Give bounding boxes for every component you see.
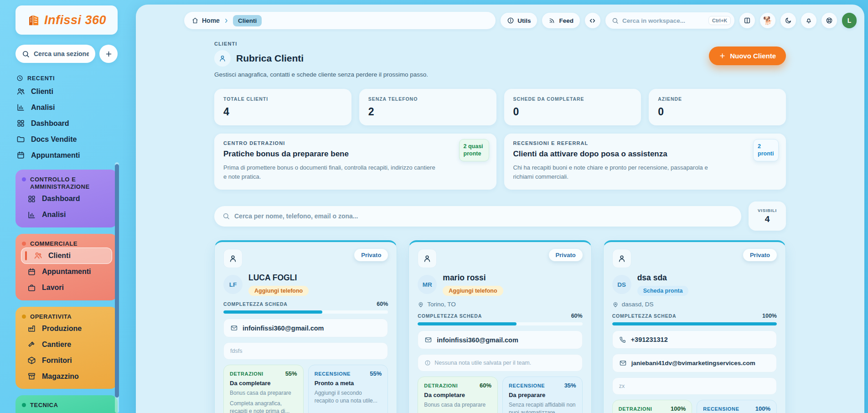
rss-icon	[548, 17, 556, 24]
sidebar-item-analisi-recent[interactable]: Analisi	[16, 99, 118, 115]
client-name: dsa sda	[637, 273, 689, 283]
completeness-value: 60%	[377, 301, 388, 307]
page-eyebrow: CLIENTI	[214, 41, 786, 46]
sidebar-item-cantiere[interactable]: Cantiere	[21, 336, 112, 352]
sidebar-scrollbar[interactable]	[115, 162, 119, 413]
layout-columns-button[interactable]	[739, 13, 755, 28]
sidebar-item-docs-vendite[interactable]: Docs Vendite	[16, 131, 118, 147]
sidebar-search-input[interactable]	[34, 50, 89, 57]
client-card-mario-rossi[interactable]: Privato MR mario rossi Aggiungi telefono…	[408, 240, 591, 413]
note-field[interactable]: Nessuna nota utile salvata per il team.	[418, 354, 582, 372]
moon-icon	[785, 17, 792, 24]
sidebar-item-dashboard-admin[interactable]: Dashboard	[21, 191, 112, 207]
sidebar-item-dashboard-recent[interactable]: Dashboard	[16, 115, 118, 131]
avatar-initials: LF	[223, 275, 243, 294]
scheda-pronta-pill[interactable]: Scheda pronta	[637, 286, 689, 296]
privacy-badge[interactable]: Privato	[354, 249, 388, 261]
page-subtitle: Gestisci anagrafica, contatti e schede c…	[214, 71, 786, 78]
recensione-mini-card[interactable]: RECENSIONE100% Pronto per recensione Qua…	[697, 400, 777, 413]
app-logo[interactable]: Infissi 360	[16, 5, 118, 35]
client-card-luca-fogli[interactable]: Privato LF LUCA FOGLI Aggiungi telefono …	[214, 240, 397, 413]
sidebar-item-appuntamenti[interactable]: Appuntamenti	[21, 264, 112, 280]
scrollbar-thumb[interactable]	[115, 164, 119, 398]
notifications-button[interactable]	[801, 13, 816, 28]
breadcrumb-home[interactable]: Home	[191, 17, 220, 24]
email-field[interactable]: infoinfissi360@gmail.com	[418, 330, 582, 349]
recensione-mini-card[interactable]: RECENSIONE35% Da preparare Senza recapit…	[502, 377, 583, 413]
search-icon	[612, 17, 619, 24]
briefcase-icon	[27, 284, 36, 292]
workspace-search[interactable]: Ctrl+K	[605, 12, 734, 29]
mascot-dog-icon: 🐕	[763, 17, 773, 25]
info-icon	[424, 360, 431, 366]
help-button[interactable]	[822, 13, 837, 28]
sidebar-item-produzione[interactable]: Produzione	[21, 320, 112, 336]
sidebar-group-controllo: CONTROLLO E AMMINISTRAZIONE Dashboard An…	[16, 170, 118, 227]
sidebar-group-operativita: OPERATIVITA Produzione Cantiere Fornitor…	[16, 307, 118, 389]
add-phone-pill[interactable]: Aggiungi telefono	[248, 286, 309, 296]
completeness-value: 60%	[571, 313, 583, 319]
progress-fill	[418, 322, 517, 325]
sidebar-item-fornitori[interactable]: Fornitori	[21, 352, 112, 368]
banner-detrazioni: CENTRO DETRAZIONI Pratiche bonus da prep…	[214, 134, 496, 190]
email-field[interactable]: janiebani41dv@bvimarketingservices.com	[612, 354, 777, 372]
sidebar-item-clienti-recent[interactable]: Clienti	[16, 83, 118, 99]
box-icon	[27, 356, 36, 365]
feed-button[interactable]: Feed	[542, 13, 580, 28]
pin-icon	[612, 301, 619, 308]
detrazioni-mini-card[interactable]: DETRAZIONI100% Quasi pronta Bonus casa /…	[612, 400, 692, 413]
add-section-button[interactable]	[99, 45, 118, 63]
breadcrumb-current[interactable]: Clienti	[233, 15, 262, 26]
mail-icon	[619, 359, 627, 367]
progress-fill	[223, 310, 322, 314]
note-field[interactable]: zx	[612, 377, 777, 395]
app-title: Infissi 360	[44, 13, 106, 27]
progress-fill	[612, 322, 777, 325]
plus-icon	[105, 50, 113, 58]
client-filter-search[interactable]	[214, 206, 741, 227]
chevron-right-icon	[223, 18, 229, 24]
sidebar-item-appuntamenti-recent[interactable]: Appuntamenti	[16, 147, 118, 163]
email-field[interactable]: infoinfissi360@gmail.com	[223, 319, 388, 337]
utils-button[interactable]: Utils	[501, 13, 537, 28]
privacy-badge[interactable]: Privato	[743, 249, 777, 261]
privacy-badge[interactable]: Privato	[549, 249, 583, 261]
code-button[interactable]	[585, 13, 600, 28]
workspace-search-input[interactable]	[622, 17, 705, 24]
badge-quasi-pronte: 2 quasi pronte	[459, 139, 489, 161]
user-avatar[interactable]: L	[842, 13, 857, 28]
client-card-dsa-sda[interactable]: Privato DS dsa sda Scheda pronta dasasd,…	[603, 240, 786, 413]
progress-bar	[223, 310, 388, 314]
sidebar-item-lavori[interactable]: Lavori	[21, 280, 112, 296]
detrazioni-mini-card[interactable]: DETRAZIONI60% Da completare Bonus casa d…	[418, 377, 498, 413]
hammer-icon	[27, 340, 36, 349]
grid-icon	[27, 195, 36, 203]
detrazioni-mini-card[interactable]: DETRAZIONI55% Da completare Bonus casa d…	[223, 365, 304, 413]
sidebar-search[interactable]	[16, 45, 95, 63]
factory-icon	[27, 324, 36, 333]
mascot-button[interactable]: 🐕	[760, 13, 775, 28]
new-client-button[interactable]: Nuovo Cliente	[709, 46, 786, 65]
group-dot	[22, 177, 26, 181]
phone-field[interactable]: +391231312	[612, 330, 777, 349]
client-filter-input[interactable]	[234, 212, 733, 220]
badge-pronti: 2 pronti	[753, 139, 779, 161]
sidebar-item-magazzino[interactable]: Magazzino	[21, 368, 112, 384]
recenti-header: RECENTI	[16, 75, 118, 82]
note-field[interactable]: fdsfs	[223, 342, 388, 360]
info-icon	[507, 17, 514, 24]
stat-senza-telefono: SENZA TELEFONO 2	[359, 89, 496, 125]
chart-icon	[27, 211, 36, 219]
page-content: CLIENTI Rubrica Clienti Gestisci anagraf…	[214, 41, 786, 413]
dark-mode-button[interactable]	[780, 13, 796, 28]
stat-totale-clienti: TOTALE CLIENTI 4	[214, 89, 351, 125]
banners-row: CENTRO DETRAZIONI Pratiche bonus da prep…	[214, 134, 786, 190]
search-icon	[22, 50, 30, 58]
recensione-mini-card[interactable]: RECENSIONE55% Pronto a meta Aggiungi il …	[308, 365, 388, 413]
sidebar-item-clienti-active[interactable]: Clienti	[21, 248, 112, 264]
add-phone-pill[interactable]: Aggiungi telefono	[443, 286, 503, 296]
sidebar-item-analisi-admin[interactable]: Analisi	[21, 207, 112, 223]
person-icon	[223, 249, 243, 268]
person-icon	[214, 50, 231, 67]
visible-counter: VISIBILI 4	[749, 201, 786, 231]
